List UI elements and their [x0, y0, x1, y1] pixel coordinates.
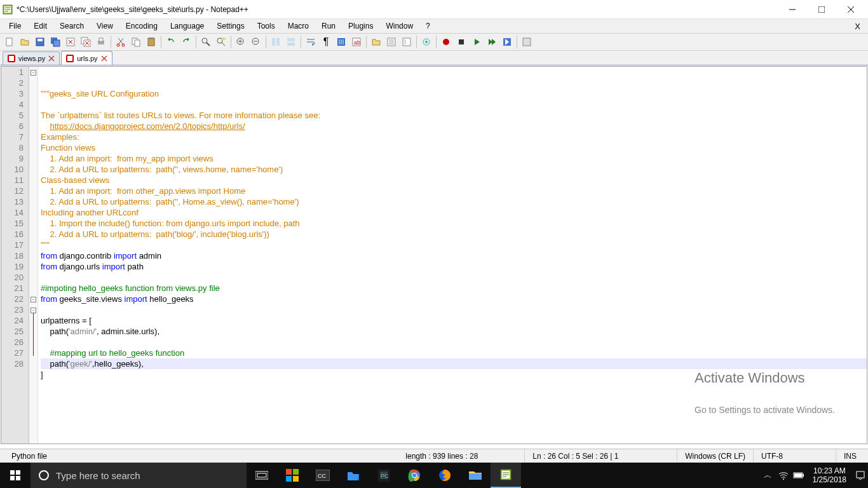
taskbar-explorer[interactable]: [460, 463, 491, 488]
svg-rect-70: [794, 473, 802, 477]
function-list-button[interactable]: [384, 35, 398, 49]
svg-rect-12: [99, 38, 103, 41]
zoom-in-button[interactable]: [234, 35, 248, 49]
svg-rect-43: [67, 56, 72, 61]
replace-button[interactable]: [214, 35, 228, 49]
status-length: length : 939 lines : 28: [398, 449, 525, 463]
svg-rect-21: [222, 37, 226, 40]
taskbar-app-1[interactable]: [277, 463, 308, 488]
play-multi-button[interactable]: [485, 35, 499, 49]
close-all-button[interactable]: [79, 35, 93, 49]
taskbar-chrome[interactable]: [399, 463, 430, 488]
redo-button[interactable]: [179, 35, 193, 49]
sync-v-button[interactable]: [269, 35, 283, 49]
doc-map-button[interactable]: [400, 35, 414, 49]
code-area[interactable]: """geeks_site URL ConfigurationThe `urlp…: [38, 67, 867, 444]
wordwrap-button[interactable]: [304, 35, 318, 49]
window-title: *C:\Users\Ujjwal\env_site\geeks_site\gee…: [17, 5, 778, 14]
tab-close-icon[interactable]: [100, 55, 108, 62]
menu-macro[interactable]: Macro: [281, 20, 315, 32]
window-titlebar: *C:\Users\Ujjwal\env_site\geeks_site\gee…: [0, 0, 868, 19]
sync-h-button[interactable]: [284, 35, 298, 49]
svg-rect-54: [293, 476, 299, 482]
save-button[interactable]: [33, 35, 47, 49]
file-dirty-icon: [65, 54, 74, 63]
file-dirty-icon: [7, 54, 16, 63]
close-file-button[interactable]: [64, 35, 78, 49]
menu-help[interactable]: ?: [419, 20, 437, 32]
svg-rect-25: [276, 38, 280, 46]
paste-button[interactable]: [144, 35, 158, 49]
activate-windows-watermark: Activate Windows Go to Settings to activ…: [695, 351, 835, 437]
cut-button[interactable]: [114, 35, 128, 49]
save-macro-button[interactable]: [500, 35, 514, 49]
indent-guide-button[interactable]: [334, 35, 348, 49]
menu-edit[interactable]: Edit: [27, 20, 53, 32]
menu-settings[interactable]: Settings: [210, 20, 250, 32]
svg-point-19: [202, 38, 207, 43]
zoom-out-button[interactable]: [249, 35, 263, 49]
folder-button[interactable]: [369, 35, 383, 49]
taskbar-app-3[interactable]: [338, 463, 369, 488]
menu-tools[interactable]: Tools: [251, 20, 281, 32]
find-button[interactable]: [199, 35, 213, 49]
svg-rect-5: [37, 39, 43, 41]
fold-column[interactable]: −−−: [29, 67, 38, 444]
stop-button[interactable]: [454, 35, 468, 49]
tray-battery-icon[interactable]: [791, 463, 806, 488]
svg-rect-18: [149, 37, 153, 39]
svg-point-35: [425, 41, 428, 43]
status-eol[interactable]: Windows (CR LF): [677, 449, 754, 463]
start-button[interactable]: [0, 463, 31, 488]
undo-button[interactable]: [164, 35, 178, 49]
menubar-close-icon[interactable]: X: [848, 20, 865, 32]
tray-notifications-icon[interactable]: [853, 463, 868, 488]
tab-close-icon[interactable]: [48, 55, 55, 62]
editor[interactable]: 1234567891011121314151617181920212223242…: [1, 66, 867, 444]
menu-encoding[interactable]: Encoding: [119, 20, 164, 32]
taskbar-app-2[interactable]: CC: [308, 463, 338, 488]
status-encoding[interactable]: UTF-8: [754, 449, 836, 463]
task-view-button[interactable]: [247, 463, 277, 488]
menu-language[interactable]: Language: [164, 20, 210, 32]
menu-plugins[interactable]: Plugins: [342, 20, 379, 32]
copy-button[interactable]: [129, 35, 143, 49]
play-button[interactable]: [470, 35, 484, 49]
svg-rect-16: [135, 40, 140, 46]
menu-run[interactable]: Run: [315, 20, 342, 32]
all-chars-button[interactable]: ¶: [319, 35, 333, 49]
svg-text:ab: ab: [354, 39, 360, 46]
svg-rect-50: [257, 473, 266, 477]
lang-button[interactable]: ab: [349, 35, 363, 49]
misc-button[interactable]: [520, 35, 534, 49]
menu-window[interactable]: Window: [379, 20, 419, 32]
minimize-button[interactable]: [778, 0, 807, 19]
menu-file[interactable]: File: [3, 20, 27, 32]
tab-label: views.py: [18, 55, 45, 62]
maximize-button[interactable]: [807, 0, 836, 19]
new-file-button[interactable]: [3, 35, 17, 49]
search-placeholder: Type here to search: [56, 470, 140, 481]
tray-wifi-icon[interactable]: [776, 463, 791, 488]
svg-rect-27: [287, 43, 295, 46]
tray-clock[interactable]: 10:23 AM 1/25/2018: [806, 466, 853, 484]
save-all-button[interactable]: [48, 35, 62, 49]
print-button[interactable]: [94, 35, 108, 49]
menu-search[interactable]: Search: [53, 20, 90, 32]
monitor-button[interactable]: [419, 35, 433, 49]
menu-view[interactable]: View: [90, 20, 119, 32]
tab-views-py[interactable]: views.py: [3, 51, 60, 65]
svg-rect-41: [9, 56, 14, 61]
taskbar-firefox[interactable]: [430, 463, 460, 488]
tray-chevron-icon[interactable]: ︿: [761, 463, 776, 488]
record-button[interactable]: [439, 35, 453, 49]
taskbar-search[interactable]: Type here to search: [31, 463, 247, 488]
svg-rect-46: [10, 476, 15, 480]
close-button[interactable]: [836, 0, 865, 19]
open-file-button[interactable]: [18, 35, 32, 49]
svg-rect-26: [287, 38, 295, 41]
status-mode[interactable]: INS: [836, 449, 864, 463]
taskbar-notepadpp[interactable]: [491, 463, 521, 488]
taskbar-app-4[interactable]: PC: [369, 463, 399, 488]
tab-urls-py[interactable]: urls.py: [61, 51, 112, 65]
